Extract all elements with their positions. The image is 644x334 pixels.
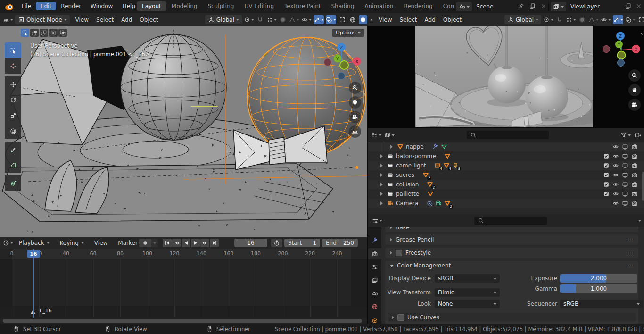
mode-intersect-button[interactable] <box>58 29 67 37</box>
properties-tab-scene[interactable] <box>368 288 381 299</box>
menu-marker[interactable]: Marker <box>113 239 142 247</box>
jump-end-button[interactable] <box>210 239 219 247</box>
panel-grease-pencil[interactable]: Grease Pencil:::: <box>385 234 638 245</box>
timeline-scrollbar[interactable] <box>3 319 362 323</box>
eye-toggle[interactable] <box>612 143 619 150</box>
panel-drag-icon[interactable]: :::: <box>626 263 634 268</box>
transform-tool[interactable] <box>5 123 21 139</box>
menu-file[interactable]: File <box>17 2 36 10</box>
panel-drag-icon[interactable]: :::: <box>626 237 634 242</box>
marker-label[interactable]: F_16 <box>40 308 52 314</box>
workspace-tab-layout[interactable]: Layout <box>137 1 166 11</box>
proportional-editing-toggle[interactable] <box>578 15 586 24</box>
eye-toggle[interactable] <box>612 200 619 207</box>
display-mode-dropdown[interactable] <box>384 131 395 140</box>
eye-toggle[interactable] <box>612 171 619 179</box>
menu-view[interactable]: View <box>90 239 112 247</box>
navigation-gizmo[interactable]: Z Y X <box>323 42 363 83</box>
menu-render[interactable]: Render <box>56 2 86 10</box>
item-name[interactable]: nappe <box>406 143 424 150</box>
frame-start-field[interactable]: Start1 <box>284 239 320 247</box>
monitor-toggle[interactable] <box>621 152 629 160</box>
monitor-toggle[interactable] <box>621 181 629 188</box>
panel-drag-icon[interactable]: :::: <box>626 250 634 255</box>
exposure-slider[interactable]: 2.000 <box>560 274 637 283</box>
mode-set-button[interactable] <box>21 29 29 37</box>
editor-type-button[interactable] <box>371 131 381 140</box>
properties-tab-tool[interactable] <box>368 235 381 246</box>
properties-tab-output[interactable] <box>368 261 381 273</box>
camera-restrict-toggle[interactable] <box>631 162 638 169</box>
cursor-3d-tool[interactable] <box>5 58 21 74</box>
editor-type-button[interactable] <box>3 238 13 247</box>
scene-browse-button[interactable] <box>456 2 472 11</box>
checkbox-toggle[interactable] <box>603 181 610 188</box>
workspace-tab-modeling[interactable]: Modeling <box>166 1 203 11</box>
viewport-3d-camera[interactable]: ‹ Z Y X <box>367 26 644 128</box>
hand-button[interactable] <box>349 96 361 109</box>
auto-keying-toggle[interactable] <box>139 239 151 247</box>
play-button[interactable] <box>191 239 200 247</box>
scene-name[interactable]: Scene <box>476 3 494 10</box>
delete-scene-icon[interactable] <box>540 3 547 9</box>
shading-solid-button[interactable] <box>359 15 367 24</box>
outliner-row-paillette[interactable]: paillette <box>368 189 644 199</box>
frame-end-field[interactable]: End250 <box>322 239 358 247</box>
monitor-toggle[interactable] <box>621 171 629 179</box>
properties-options-chevron[interactable] <box>638 220 641 223</box>
movie-camera-button[interactable] <box>628 99 641 111</box>
item-name[interactable]: sucres <box>396 172 414 178</box>
panel-use-curves[interactable]: Use Curves <box>388 313 636 322</box>
menu-object[interactable]: Object <box>136 16 162 24</box>
hand-button[interactable] <box>628 84 641 96</box>
expand-icon[interactable] <box>380 154 383 158</box>
mode-invert-button[interactable] <box>49 29 58 37</box>
editor-type-button[interactable] <box>372 216 382 225</box>
item-name[interactable]: collision <box>396 181 419 188</box>
movie-camera-button[interactable] <box>349 111 361 123</box>
panel-color-management-header[interactable]: Color Management:::: <box>385 261 638 270</box>
camera-restrict-toggle[interactable] <box>631 171 638 179</box>
proportional-editing-toggle[interactable] <box>279 15 287 24</box>
menu-select[interactable]: Select <box>92 16 117 24</box>
expand-icon[interactable] <box>380 201 383 205</box>
snap-settings-dropdown[interactable] <box>266 15 277 24</box>
checkbox-toggle[interactable] <box>603 152 610 160</box>
menu-view[interactable]: View <box>72 16 92 24</box>
timeline-marker-strip[interactable]: F_16 <box>0 306 367 318</box>
monitor-toggle[interactable] <box>621 200 629 207</box>
filter-dropdown[interactable] <box>620 131 631 140</box>
menu-select[interactable]: Select <box>396 16 421 24</box>
look-dropdown[interactable]: None <box>435 300 500 308</box>
properties-tab-world[interactable] <box>368 301 381 312</box>
use-curves-checkbox[interactable] <box>397 314 404 321</box>
viewport-3d-wireframe[interactable]: User Perspective (16) Scene Collection |… <box>0 26 367 237</box>
camera-restrict-toggle[interactable] <box>631 143 638 150</box>
rotate-tool[interactable] <box>5 92 21 108</box>
freestyle-checkbox[interactable] <box>396 250 402 256</box>
eye-toggle[interactable] <box>612 181 619 188</box>
camera-restrict-toggle[interactable] <box>631 200 638 207</box>
new-viewlayer-icon[interactable] <box>625 3 631 9</box>
key-next-button[interactable] <box>200 239 209 247</box>
monitor-toggle[interactable] <box>621 162 629 169</box>
camera-restrict-toggle[interactable] <box>631 181 638 188</box>
panel-freestyle[interactable]: Freestyle:::: <box>385 248 638 258</box>
navigation-gizmo[interactable]: Z Y X <box>602 28 644 68</box>
item-name[interactable]: baton-pomme <box>396 153 436 159</box>
mode-subtract-button[interactable] <box>40 29 48 37</box>
workspace-tab-compositing[interactable]: Compositing <box>438 1 454 11</box>
options-button[interactable]: Options <box>332 29 364 37</box>
xray-toggle[interactable] <box>338 15 347 24</box>
use-preview-range-button[interactable] <box>271 239 282 247</box>
current-frame-field[interactable]: 16 <box>234 239 267 247</box>
outliner-row-Camera[interactable]: Camera2 <box>368 199 644 208</box>
blender-logo-icon[interactable] <box>4 1 14 12</box>
mode-extend-button[interactable] <box>30 29 39 37</box>
workspace-tab-shading[interactable]: Shading <box>326 1 359 11</box>
item-name[interactable]: came-light <box>396 162 426 169</box>
camera-restrict-toggle[interactable] <box>631 190 638 198</box>
workspace-tab-texture-paint[interactable]: Texture Paint <box>279 1 326 11</box>
view-transform-dropdown[interactable]: Filmic <box>435 288 500 297</box>
show-overlays-dropdown[interactable] <box>326 15 336 24</box>
